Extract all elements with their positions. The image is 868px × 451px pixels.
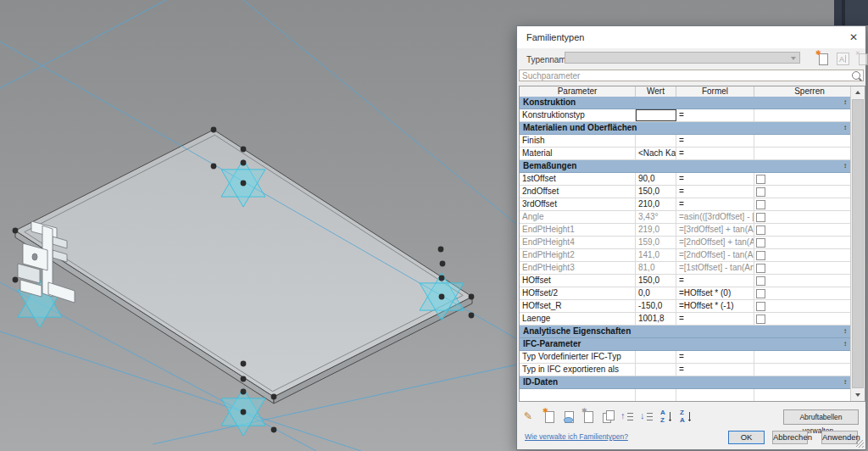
typename-combobox[interactable] [565,52,800,64]
param-formula-cell[interactable]: =HOffset * (0) [676,287,754,299]
section-header[interactable]: Materialien und Oberflächen [520,122,850,135]
move-down-icon[interactable] [640,409,654,423]
param-formula-cell[interactable]: = [676,351,754,363]
ok-button[interactable]: OK [728,431,765,444]
param-formula-cell[interactable]: = [676,313,754,325]
resize-grip[interactable] [856,440,864,448]
param-value-cell[interactable]: 1001,8 [636,313,676,325]
param-formula-cell[interactable]: = [676,148,754,159]
param-value-cell[interactable]: 210,0 [636,198,676,210]
import-lookup-table-icon[interactable] [562,409,576,423]
param-value-cell[interactable]: 150,0 [636,186,676,198]
table-row[interactable]: HOffset_R-150,0=HOffset * (-1) [520,300,850,313]
section-collapse-icon[interactable] [843,326,847,337]
table-row[interactable]: EndPtHeight4159,0=[2ndOffset] + tan(Angl [520,237,850,249]
param-formula-cell[interactable]: = [676,275,754,287]
section-header[interactable]: Bemaßungen [520,160,850,173]
param-value-cell[interactable]: 150,0 [636,275,676,287]
table-row[interactable]: 3rdOffset210,0= [520,198,850,211]
lock-checkbox[interactable] [756,213,765,222]
param-value-cell[interactable]: 3,43° [636,211,676,223]
param-formula-cell[interactable]: = [676,109,754,121]
lock-checkbox[interactable] [756,238,765,248]
section-collapse-icon[interactable] [843,161,847,171]
param-value-cell[interactable]: -150,0 [636,300,676,312]
help-link[interactable]: Wie verwalte ich Familientypen? [525,432,628,441]
param-formula-cell[interactable]: = [676,364,754,376]
export-lookup-table-icon[interactable] [581,409,595,423]
param-formula-cell[interactable]: =[1stOffset] - tan(Angle) [676,262,754,274]
table-row[interactable]: EndPtHeight2141,0=[2ndOffset] - tan(Angl… [520,249,850,262]
table-row[interactable]: EndPtHeight381,0=[1stOffset] - tan(Angle… [520,262,850,275]
param-value-cell[interactable] [636,351,676,363]
table-row[interactable]: HOffset150,0= [520,275,850,287]
param-formula-cell[interactable]: = [676,198,754,210]
delete-type-button[interactable] [855,52,868,64]
param-formula-cell[interactable]: =[3rdOffset] + tan(Angl [676,224,754,236]
param-value-cell[interactable]: 0,0 [636,287,676,299]
table-row[interactable]: Angle3,43°=asin(([3rdOffset] - [2nd [520,211,850,224]
param-formula-cell[interactable]: = [676,173,754,185]
param-value-cell[interactable] [636,135,676,147]
search-input[interactable]: Suchparameter [519,70,864,81]
param-formula-cell[interactable]: =[2ndOffset] - tan(Angle [676,249,754,261]
param-value-cell[interactable]: 141,0 [636,249,676,261]
section-collapse-icon[interactable] [843,123,847,133]
lock-checkbox[interactable] [756,251,765,260]
table-row[interactable]: Konstruktionstyp= [520,109,850,122]
section-collapse-icon[interactable] [843,377,847,387]
param-value-cell[interactable]: 219,0 [636,224,676,236]
lock-checkbox[interactable] [756,289,765,298]
table-row[interactable]: EndPtHeight1219,0=[3rdOffset] + tan(Angl [520,224,850,237]
table-row[interactable]: HOffset/20,0=HOffset * (0) [520,287,850,300]
apply-button[interactable]: Anwenden [821,431,858,444]
rename-type-button[interactable] [837,53,849,65]
cancel-button[interactable]: Abbrechen [772,431,808,444]
lock-checkbox[interactable] [756,315,765,324]
param-formula-cell[interactable]: = [676,135,754,147]
new-parameter-icon[interactable] [542,409,556,423]
param-formula-cell[interactable] [676,389,754,401]
edit-parameter-icon[interactable] [523,409,537,423]
param-formula-cell[interactable]: =asin(([3rdOffset] - [2nd [676,211,754,223]
param-value-cell[interactable]: 159,0 [636,237,676,248]
section-header[interactable]: Analytische Eigenschaften [520,326,850,338]
move-up-icon[interactable] [620,409,634,423]
table-row[interactable]: Finish= [520,135,850,148]
new-type-button[interactable] [815,52,828,64]
table-scrollbar[interactable] [850,86,865,401]
table-row[interactable] [520,389,850,401]
table-row[interactable]: 2ndOffset150,0= [520,186,850,198]
lock-checkbox[interactable] [756,302,765,311]
section-collapse-icon[interactable] [843,339,847,349]
lock-checkbox[interactable] [756,264,765,273]
table-row[interactable]: Laenge1001,8= [520,313,850,326]
param-value-cell[interactable]: <Nach Ka [636,148,676,159]
section-header[interactable]: IFC-Parameter [520,338,850,351]
param-value-cell[interactable] [636,109,676,121]
section-collapse-icon[interactable] [843,97,847,108]
dialog-titlebar[interactable]: Familientypen [517,26,865,48]
param-formula-cell[interactable]: =HOffset * (-1) [676,300,754,312]
manage-lookup-tables-button[interactable]: Abruftabellen verwalten... [783,409,859,425]
scroll-up-button[interactable] [851,86,865,99]
param-value-cell[interactable]: 81,0 [636,262,676,274]
scrollbar-thumb[interactable] [852,99,864,388]
table-row[interactable]: 1stOffset90,0= [520,173,850,186]
scroll-down-button[interactable] [851,388,865,401]
sort-descending-icon[interactable] [679,409,693,423]
param-value-cell[interactable]: 90,0 [636,173,676,185]
lock-checkbox[interactable] [756,276,765,286]
table-row[interactable]: Typ Vordefinierter IFC-Typ= [520,351,850,364]
param-value-cell[interactable] [636,389,676,401]
lock-checkbox[interactable] [756,175,765,184]
close-icon[interactable] [846,30,861,45]
duplicate-parameter-icon[interactable] [601,409,615,423]
table-row[interactable]: Material<Nach Ka= [520,148,850,160]
lock-checkbox[interactable] [756,200,765,209]
table-row[interactable]: Typ in IFC exportieren als= [520,364,850,376]
param-value-cell[interactable] [636,364,676,376]
section-header[interactable]: ID-Daten [520,376,850,389]
section-header[interactable]: Konstruktion [520,97,850,109]
sort-ascending-icon[interactable] [659,409,673,423]
